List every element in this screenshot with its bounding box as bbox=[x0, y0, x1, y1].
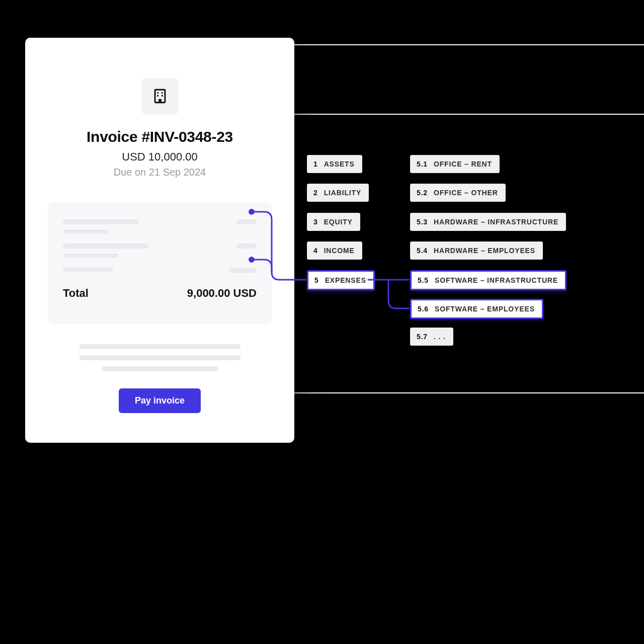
chip-number: 5.7 bbox=[417, 333, 428, 341]
account-chip-more[interactable]: 5.7 . . . bbox=[410, 328, 453, 346]
chip-label: EQUITY bbox=[324, 218, 353, 226]
chip-label: SOFTWARE – EMPLOYEES bbox=[435, 305, 535, 313]
chip-number: 2 bbox=[313, 189, 318, 197]
invoice-title: Invoice #INV-0348-23 bbox=[48, 128, 272, 145]
account-chip-software-infra[interactable]: 5.5 SOFTWARE – INFRASTRUCTURE bbox=[410, 270, 567, 290]
chip-label: HARDWARE – INFRASTRUCTURE bbox=[434, 218, 558, 226]
account-chip-income[interactable]: 4 INCOME bbox=[307, 242, 362, 260]
chip-label: EXPENSES bbox=[325, 276, 366, 284]
chip-label: OFFICE – OTHER bbox=[434, 189, 498, 197]
chip-label: LIABILITY bbox=[324, 189, 361, 197]
chip-label: ASSETS bbox=[324, 160, 355, 168]
chip-label: HARDWARE – EMPLOYEES bbox=[434, 247, 535, 255]
chip-number: 5.4 bbox=[417, 247, 428, 255]
background-rule bbox=[294, 114, 644, 115]
account-chip-hardware-employees[interactable]: 5.4 HARDWARE – EMPLOYEES bbox=[410, 242, 543, 260]
svg-rect-5 bbox=[161, 95, 163, 97]
account-chip-equity[interactable]: 3 EQUITY bbox=[307, 213, 360, 231]
diagram-stage: Invoice #INV-0348-23 USD 10,000.00 Due o… bbox=[0, 0, 644, 644]
account-chip-office-other[interactable]: 5.2 OFFICE – OTHER bbox=[410, 184, 506, 202]
account-chip-assets[interactable]: 1 ASSETS bbox=[307, 155, 362, 173]
chip-number: 5.3 bbox=[417, 218, 428, 226]
svg-rect-1 bbox=[158, 99, 162, 103]
pay-invoice-button[interactable]: Pay invoice bbox=[119, 388, 201, 413]
total-value: 9,000.00 USD bbox=[187, 287, 257, 300]
total-label: Total bbox=[63, 287, 89, 300]
chip-label: OFFICE – RENT bbox=[434, 160, 492, 168]
chip-number: 5 bbox=[314, 276, 319, 284]
invoice-amount: USD 10,000.00 bbox=[48, 150, 272, 164]
invoice-total: Total 9,000.00 USD bbox=[63, 287, 257, 300]
account-chip-expenses[interactable]: 5 EXPENSES bbox=[307, 270, 375, 290]
svg-rect-2 bbox=[157, 92, 158, 94]
chip-number: 5.6 bbox=[418, 305, 429, 313]
chip-number: 5.2 bbox=[417, 189, 428, 197]
account-chip-hardware-infra[interactable]: 5.3 HARDWARE – INFRASTRUCTURE bbox=[410, 213, 566, 231]
chip-number: 5.1 bbox=[417, 160, 428, 168]
line-item bbox=[63, 244, 257, 258]
account-chip-liability[interactable]: 2 LIABILITY bbox=[307, 184, 369, 202]
background-rule bbox=[294, 392, 644, 393]
account-chip-software-employees[interactable]: 5.6 SOFTWARE – EMPLOYEES bbox=[410, 299, 543, 319]
background-rule bbox=[294, 44, 644, 45]
chip-label: . . . bbox=[434, 333, 446, 341]
chip-number: 1 bbox=[313, 160, 318, 168]
building-icon bbox=[151, 88, 169, 105]
chip-number: 3 bbox=[313, 218, 318, 226]
chip-label: SOFTWARE – INFRASTRUCTURE bbox=[435, 276, 558, 284]
chip-number: 4 bbox=[313, 247, 318, 255]
chip-label: INCOME bbox=[324, 247, 355, 255]
svg-rect-4 bbox=[157, 95, 158, 97]
chip-number: 5.5 bbox=[418, 276, 429, 284]
invoice-due: Due on 21 Sep 2024 bbox=[48, 167, 272, 178]
line-items-panel: Total 9,000.00 USD bbox=[48, 202, 272, 324]
invoice-footer bbox=[48, 344, 272, 371]
line-item bbox=[63, 219, 257, 233]
invoice-card: Invoice #INV-0348-23 USD 10,000.00 Due o… bbox=[25, 38, 294, 443]
line-item bbox=[63, 268, 257, 273]
company-icon bbox=[142, 78, 178, 114]
svg-rect-3 bbox=[161, 92, 163, 94]
account-chip-office-rent[interactable]: 5.1 OFFICE – RENT bbox=[410, 155, 500, 173]
